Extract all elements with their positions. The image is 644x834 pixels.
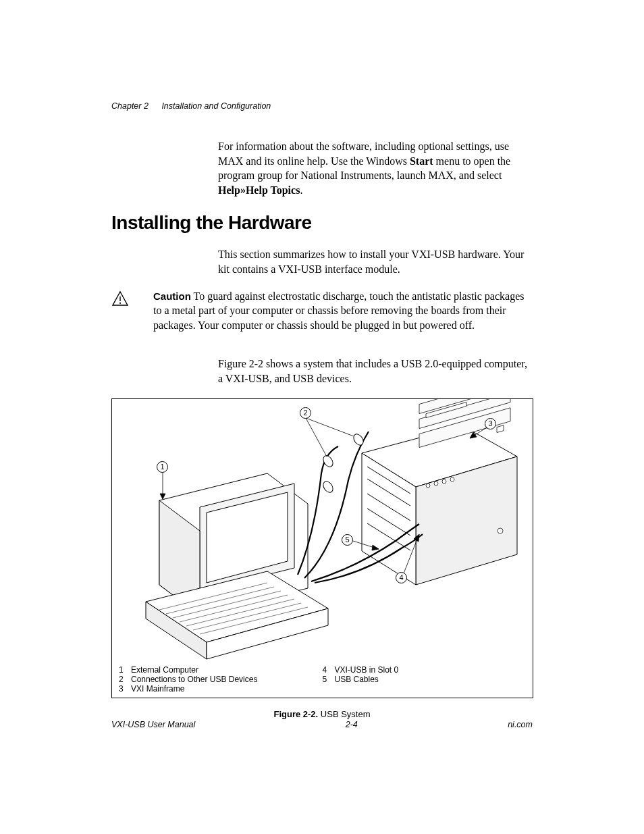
- section-heading: Installing the Hardware: [111, 212, 533, 234]
- caution-body: To guard against electrostatic discharge…: [153, 290, 525, 331]
- svg-point-19: [442, 479, 446, 484]
- page-footer: VXI-USB User Manual 2-4 ni.com: [111, 720, 533, 729]
- section-intro: This section summarizes how to install y…: [218, 247, 533, 276]
- callout-2: 2: [300, 407, 311, 419]
- chapter-number: Chapter 2: [111, 101, 149, 111]
- intro-text-start: Start: [410, 155, 433, 167]
- svg-line-30: [306, 418, 354, 436]
- svg-point-18: [434, 481, 438, 486]
- footer-manual-name: VXI-USB User Manual: [111, 720, 195, 729]
- figure-reference: Figure 2-2 shows a system that includes …: [218, 357, 533, 386]
- footer-page-number: 2-4: [346, 720, 358, 729]
- svg-point-22: [498, 528, 503, 533]
- legend-item-2: 2Connections to Other USB Devices: [119, 675, 323, 684]
- caution-label: Caution: [153, 290, 191, 302]
- intro-text-e: .: [300, 184, 302, 196]
- figure-title: USB System: [318, 709, 370, 719]
- callout-5: 5: [342, 534, 353, 546]
- svg-point-17: [426, 484, 430, 488]
- caution-icon: [111, 290, 129, 307]
- svg-point-25: [352, 432, 365, 447]
- legend-item-3: 3VXI Mainframe: [119, 684, 323, 694]
- caution-block: Caution To guard against electrostatic d…: [111, 289, 533, 345]
- caution-text: Caution To guard against electrostatic d…: [153, 289, 533, 333]
- legend-col-2: 4VXI-USB in Slot 0 5USB Cables: [323, 665, 527, 694]
- svg-line-29: [306, 418, 327, 457]
- legend-item-4: 4VXI-USB in Slot 0: [323, 665, 527, 675]
- svg-point-26: [321, 479, 335, 494]
- footer-url: ni.com: [508, 720, 533, 729]
- callout-3: 3: [485, 418, 496, 429]
- usb-system-diagram: [112, 399, 533, 662]
- intro-paragraph: For information about the software, incl…: [218, 139, 533, 197]
- callout-1: 1: [157, 461, 168, 473]
- svg-rect-23: [497, 425, 504, 432]
- svg-point-20: [450, 477, 454, 481]
- running-header: Chapter 2 Installation and Configuration: [111, 101, 533, 111]
- intro-text-help: Help»Help Topics: [218, 184, 300, 196]
- chapter-title: Installation and Configuration: [161, 101, 271, 111]
- svg-point-1: [119, 302, 121, 303]
- legend-col-1: 1External Computer 2Connections to Other…: [119, 665, 323, 694]
- legend-item-1: 1External Computer: [119, 665, 323, 675]
- figure-legend: 1External Computer 2Connections to Other…: [112, 662, 533, 698]
- figure-illustration: 1 2 3 4 5: [112, 399, 533, 662]
- legend-item-5: 5USB Cables: [323, 675, 527, 684]
- figure-label: Figure 2-2.: [273, 709, 318, 719]
- svg-marker-28: [160, 494, 165, 499]
- figure-box: 1 2 3 4 5 1External Computer 2Connection…: [111, 398, 533, 698]
- figure-caption: Figure 2-2. USB System: [111, 709, 533, 719]
- callout-4: 4: [396, 572, 407, 583]
